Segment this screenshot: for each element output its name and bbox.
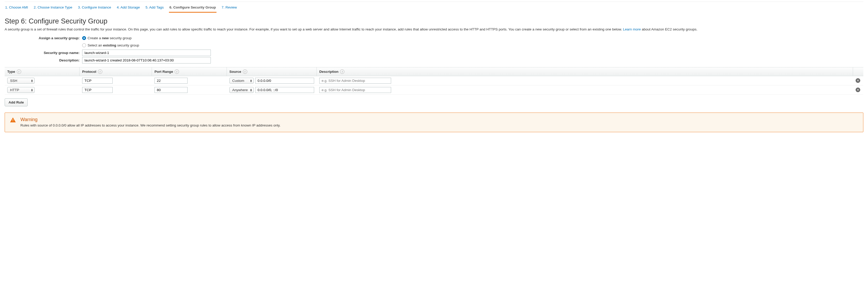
sg-description-input[interactable]: [82, 57, 211, 64]
step-add-tags[interactable]: 5. Add Tags: [145, 3, 164, 13]
rule-protocol-input[interactable]: [82, 87, 113, 93]
assign-security-group-label: Assign a security group:: [5, 36, 82, 40]
security-group-form: Assign a security group: Create a new se…: [5, 35, 237, 64]
learn-more-link[interactable]: Learn more: [623, 27, 641, 31]
chevron-updown-icon: ▴▾: [250, 79, 252, 82]
rule-type-select[interactable]: SSH ▴▾: [7, 78, 35, 83]
rules-table: Type i Protocol i Port Range i Source i …: [5, 67, 863, 95]
col-type: Type i: [5, 67, 80, 76]
rules-table-header: Type i Protocol i Port Range i Source i …: [5, 67, 863, 76]
chevron-updown-icon: ▴▾: [31, 79, 33, 82]
page-title: Step 6: Configure Security Group: [5, 17, 863, 25]
info-icon[interactable]: i: [340, 69, 344, 74]
rule-port-input[interactable]: [154, 78, 188, 83]
chevron-updown-icon: ▴▾: [250, 88, 252, 91]
warning-title: Warning: [21, 117, 281, 122]
warning-icon: [10, 118, 16, 122]
step-configure-security-group[interactable]: 6. Configure Security Group: [169, 3, 216, 13]
warning-text: Rules with source of 0.0.0.0/0 allow all…: [21, 123, 281, 127]
step-review[interactable]: 7. Review: [221, 3, 238, 13]
radio-create-new-label: Create a new security group: [88, 36, 131, 40]
rule-source-mode-select[interactable]: Custom ▴▾: [229, 78, 254, 83]
rule-description-input[interactable]: [319, 78, 391, 83]
wizard-stepper: 1. Choose AMI 2. Choose Instance Type 3.…: [5, 2, 863, 13]
col-source: Source i: [227, 67, 317, 76]
step-choose-instance-type[interactable]: 2. Choose Instance Type: [33, 3, 73, 13]
radio-select-existing[interactable]: Select an existing security group: [82, 42, 237, 48]
remove-rule-icon[interactable]: ✕: [856, 88, 860, 92]
step-choose-ami[interactable]: 1. Choose AMI: [5, 3, 29, 13]
step-add-storage[interactable]: 4. Add Storage: [116, 3, 140, 13]
info-icon[interactable]: i: [98, 69, 102, 74]
sg-description-label: Description:: [5, 58, 82, 62]
rule-port-input[interactable]: [154, 87, 188, 93]
page-description: A security group is a set of firewall ru…: [5, 27, 863, 32]
rule-description-input[interactable]: [319, 87, 391, 93]
page-description-post: about Amazon EC2 security groups.: [642, 27, 697, 31]
rule-source-input[interactable]: [255, 78, 314, 83]
col-protocol: Protocol i: [80, 67, 152, 76]
rule-source-mode-select[interactable]: Anywhere ▴▾: [229, 87, 254, 93]
radio-select-existing-dot[interactable]: [82, 43, 86, 47]
col-description: Description i: [317, 67, 853, 76]
add-rule-button[interactable]: Add Rule: [5, 98, 28, 106]
step-configure-instance[interactable]: 3. Configure Instance: [78, 3, 112, 13]
sg-name-label: Security group name:: [5, 51, 82, 55]
info-icon[interactable]: i: [17, 69, 21, 74]
radio-create-new[interactable]: Create a new security group: [82, 35, 237, 41]
page-description-text: A security group is a set of firewall ru…: [5, 27, 623, 31]
sg-name-input[interactable]: [82, 49, 211, 56]
radio-select-existing-label: Select an existing security group: [88, 43, 139, 47]
rule-type-select[interactable]: HTTP ▴▾: [7, 87, 35, 93]
radio-create-new-dot[interactable]: [82, 36, 86, 40]
chevron-updown-icon: ▴▾: [31, 88, 33, 91]
remove-rule-icon[interactable]: ✕: [856, 78, 860, 83]
info-icon[interactable]: i: [175, 69, 179, 74]
info-icon[interactable]: i: [243, 69, 247, 74]
warning-box: Warning Rules with source of 0.0.0.0/0 a…: [5, 112, 863, 132]
rule-protocol-input[interactable]: [82, 78, 113, 83]
col-port-range: Port Range i: [152, 67, 227, 76]
table-row: HTTP ▴▾ Anywhere ▴▾ ✕: [5, 86, 863, 95]
table-row: SSH ▴▾ Custom ▴▾ ✕: [5, 76, 863, 86]
rule-source-input[interactable]: [255, 87, 314, 93]
